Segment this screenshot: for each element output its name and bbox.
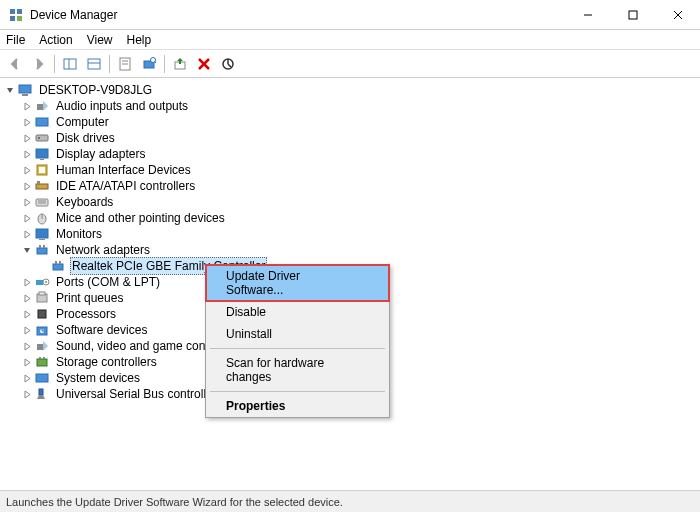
expand-icon[interactable] [20, 150, 34, 159]
svg-rect-43 [43, 245, 45, 248]
device-tree[interactable]: DESKTOP-V9D8JLG Audio inputs and outputs… [0, 78, 700, 490]
expand-icon[interactable] [20, 230, 34, 239]
disable-button[interactable] [217, 53, 239, 75]
svg-rect-2 [10, 16, 15, 21]
tree-item[interactable]: Monitors [54, 226, 104, 242]
tree-item[interactable]: Universal Serial Bus controllers [54, 386, 225, 402]
tree-item[interactable]: Storage controllers [54, 354, 159, 370]
tree-item[interactable]: Print queues [54, 290, 125, 306]
svg-rect-10 [88, 59, 100, 69]
tree-item[interactable]: Audio inputs and outputs [54, 98, 190, 114]
svg-rect-44 [53, 264, 63, 270]
category-icon [34, 290, 50, 306]
svg-rect-52 [38, 310, 46, 318]
window-title: Device Manager [30, 8, 565, 22]
category-icon [34, 386, 50, 402]
expand-icon[interactable] [20, 134, 34, 143]
update-driver-button[interactable] [169, 53, 191, 75]
context-separator [210, 348, 385, 349]
context-scan[interactable]: Scan for hardware changes [206, 352, 389, 388]
category-icon [34, 130, 50, 146]
minimize-button[interactable] [565, 0, 610, 30]
expand-icon[interactable] [20, 102, 34, 111]
back-button[interactable] [4, 53, 26, 75]
collapse-icon[interactable] [20, 246, 34, 255]
title-bar: Device Manager [0, 0, 700, 30]
detail-pane-button[interactable] [59, 53, 81, 75]
menu-help[interactable]: Help [127, 33, 152, 47]
context-uninstall[interactable]: Uninstall [206, 323, 389, 345]
svg-rect-46 [59, 261, 61, 264]
context-properties[interactable]: Properties [206, 395, 389, 417]
expand-icon[interactable] [20, 214, 34, 223]
context-update-driver[interactable]: Update Driver Software... [206, 265, 389, 301]
menu-view[interactable]: View [87, 33, 113, 47]
expand-icon[interactable] [20, 198, 34, 207]
category-icon [34, 242, 50, 258]
expand-icon[interactable] [20, 310, 34, 319]
svg-rect-1 [17, 9, 22, 14]
tree-item[interactable]: IDE ATA/ATAPI controllers [54, 178, 197, 194]
toolbar-separator [54, 55, 55, 73]
tree-root[interactable]: DESKTOP-V9D8JLG [37, 82, 154, 98]
expand-icon[interactable] [20, 294, 34, 303]
expand-icon[interactable] [20, 374, 34, 383]
close-button[interactable] [655, 0, 700, 30]
svg-rect-3 [17, 16, 22, 21]
expand-icon[interactable] [20, 278, 34, 287]
tree-item[interactable]: Software devices [54, 322, 149, 338]
tree-item[interactable]: System devices [54, 370, 142, 386]
svg-rect-0 [10, 9, 15, 14]
menu-file[interactable]: File [6, 33, 25, 47]
forward-button[interactable] [28, 53, 50, 75]
expand-icon[interactable] [20, 390, 34, 399]
svg-rect-32 [36, 184, 48, 189]
expand-icon[interactable] [20, 358, 34, 367]
expand-icon[interactable] [20, 342, 34, 351]
svg-rect-39 [36, 229, 48, 238]
properties-button[interactable] [114, 53, 136, 75]
context-menu: Update Driver Software... Disable Uninst… [205, 264, 390, 418]
svg-rect-47 [36, 280, 43, 285]
toolbar [0, 50, 700, 78]
tree-item[interactable]: Keyboards [54, 194, 115, 210]
collapse-icon[interactable] [3, 86, 17, 95]
tree-item[interactable]: Ports (COM & LPT) [54, 274, 162, 290]
svg-rect-63 [36, 374, 48, 382]
svg-rect-28 [36, 149, 48, 158]
category-icon [34, 194, 50, 210]
expand-icon[interactable] [20, 182, 34, 191]
svg-rect-23 [22, 94, 28, 96]
expand-icon[interactable] [20, 326, 34, 335]
expand-icon[interactable] [20, 166, 34, 175]
scan-hardware-button[interactable] [138, 53, 160, 75]
status-bar: Launches the Update Driver Software Wiza… [0, 490, 700, 512]
tree-item[interactable]: Computer [54, 114, 111, 130]
category-icon [34, 178, 50, 194]
tree-item[interactable]: Sound, video and game cont [54, 338, 211, 354]
svg-rect-31 [39, 167, 45, 173]
uninstall-button[interactable] [193, 53, 215, 75]
svg-rect-51 [39, 292, 45, 295]
menu-action[interactable]: Action [39, 33, 72, 47]
svg-rect-22 [19, 85, 31, 93]
expand-icon[interactable] [20, 118, 34, 127]
tree-item[interactable]: Network adapters [54, 242, 152, 258]
tree-item[interactable]: Disk drives [54, 130, 117, 146]
tree-item[interactable]: Display adapters [54, 146, 147, 162]
svg-rect-41 [37, 248, 47, 254]
svg-rect-62 [43, 357, 45, 359]
category-icon [34, 338, 50, 354]
tree-item[interactable]: Processors [54, 306, 118, 322]
help-pane-button[interactable] [83, 53, 105, 75]
tree-item[interactable]: Human Interface Devices [54, 162, 193, 178]
tree-item[interactable]: Mice and other pointing devices [54, 210, 227, 226]
category-icon [34, 146, 50, 162]
svg-rect-40 [39, 239, 45, 240]
svg-rect-42 [39, 245, 41, 248]
context-disable[interactable]: Disable [206, 301, 389, 323]
computer-icon [17, 82, 33, 98]
svg-rect-24 [37, 104, 43, 110]
category-icon [34, 114, 50, 130]
maximize-button[interactable] [610, 0, 655, 30]
